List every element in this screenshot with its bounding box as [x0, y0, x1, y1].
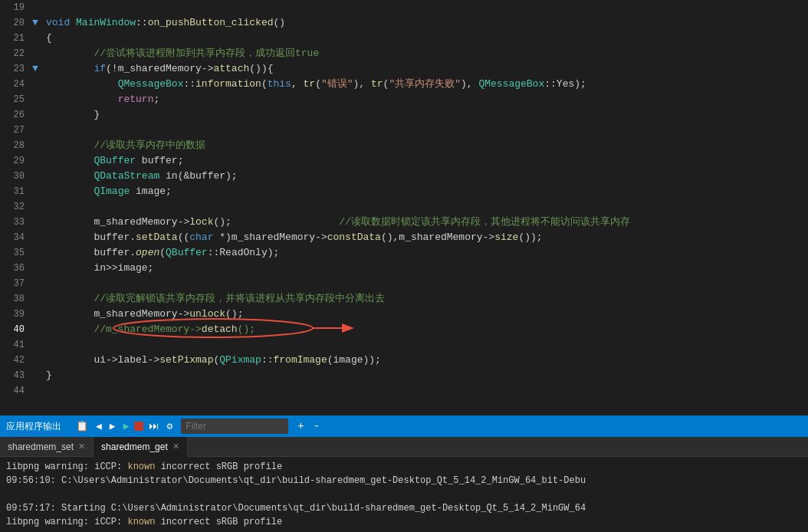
console-line-2: 09:56:10: C:\Users\Administrator\Documen… — [6, 474, 802, 488]
line-content-23: if(!m_sharedMemory->attach()){ — [44, 61, 808, 77]
console-line-4: 09:57:17: Starting C:\Users\Administrato… — [6, 501, 802, 515]
line-num-42: 42 — [0, 353, 32, 368]
line-22: 22 //尝试将该进程附加到共享内存段，成功返回true — [0, 46, 808, 61]
line-33: 33 m_sharedMemory->lock(); //读取数据时锁定该共享内… — [0, 215, 808, 230]
line-32: 32 — [0, 199, 808, 215]
run-icon[interactable]: ▶ — [121, 419, 132, 434]
line-num-19: 19 — [0, 0, 32, 15]
line-41: 41 — [0, 337, 808, 353]
toolbar-label: 应用程序输出 — [6, 420, 61, 433]
line-num-20: 20 — [0, 15, 32, 31]
line-content-36: in>>image; — [44, 261, 808, 276]
line-19: 19 — [0, 0, 808, 15]
line-content-22: //尝试将该进程附加到共享内存段，成功返回true — [44, 46, 808, 61]
tab-sharedmem-set-label: sharedmem_set — [8, 442, 74, 452]
line-28: 28 //读取共享内存中的数据 — [0, 138, 808, 153]
plus-button[interactable]: + — [297, 420, 304, 432]
tab-sharedmem-get-label: sharedmem_get — [101, 442, 168, 452]
line-num-32: 32 — [0, 199, 32, 215]
line-25: 25 return; — [0, 92, 808, 107]
line-23: 23 ▼ if(!m_sharedMemory->attach()){ — [0, 61, 808, 77]
minus-button[interactable]: - — [314, 420, 320, 432]
line-26: 26 } — [0, 107, 808, 123]
line-content-21: { — [44, 31, 808, 46]
line-num-41: 41 — [0, 337, 32, 353]
line-37: 37 — [0, 276, 808, 291]
line-30: 30 QDataStream in(&buffer); — [0, 169, 808, 184]
line-27: 27 — [0, 123, 808, 138]
line-num-43: 43 — [0, 368, 32, 383]
screenshot-icon[interactable]: 📋 — [74, 419, 90, 434]
line-31: 31 QImage image; — [0, 184, 808, 199]
code-lines: 19 20 ▼ void MainWindow::on_pushButton_c… — [0, 0, 808, 399]
line-content-30: QDataStream in(&buffer); — [44, 169, 808, 184]
line-num-23: 23 — [0, 61, 32, 77]
console-line-5: libpng warning: iCCP: known incorrect sR… — [6, 515, 802, 529]
line-content-20: void MainWindow::on_pushButton_clicked() — [44, 15, 808, 31]
line-num-38: 38 — [0, 291, 32, 307]
bottom-toolbar: 应用程序输出 📋 ◀ ▶ ▶ ⏭ ⚙ + - — [0, 415, 808, 437]
line-num-33: 33 — [0, 215, 32, 230]
line-num-21: 21 — [0, 31, 32, 46]
console-output: libpng warning: iCCP: known incorrect sR… — [0, 457, 808, 532]
line-content-43: } — [44, 368, 808, 383]
tab-sharedmem-get-close[interactable]: ✕ — [172, 442, 179, 452]
line-44: 44 — [0, 383, 808, 399]
line-content-26: } — [44, 107, 808, 123]
line-content-35: buffer.open(QBuffer::ReadOnly); — [44, 245, 808, 261]
line-arrow-23: ▼ — [32, 61, 44, 77]
next-icon[interactable]: ▶ — [107, 419, 118, 434]
line-content-28: //读取共享内存中的数据 — [44, 138, 808, 153]
tab-bar: sharedmem_set ✕ sharedmem_get ✕ — [0, 437, 808, 457]
line-42: 42 ui->label->setPixmap(QPixmap::fromIma… — [0, 353, 808, 368]
line-content-33: m_sharedMemory->lock(); //读取数据时锁定该共享内存段，… — [44, 215, 808, 230]
line-num-36: 36 — [0, 261, 32, 276]
line-43: 43 } — [0, 368, 808, 383]
line-num-29: 29 — [0, 153, 32, 169]
line-38: 38 //读取完解锁该共享内存段，并将该进程从共享内存段中分离出去 — [0, 291, 808, 307]
line-36: 36 in>>image; — [0, 261, 808, 276]
line-num-40: 40 — [0, 322, 32, 337]
line-24: 24 QMessageBox::information(this, tr("错误… — [0, 77, 808, 92]
line-content-40: //m_sharedMemory->detach(); — [44, 322, 808, 337]
filter-input[interactable] — [181, 419, 288, 434]
line-num-34: 34 — [0, 230, 32, 245]
code-editor: 19 20 ▼ void MainWindow::on_pushButton_c… — [0, 0, 808, 415]
settings-icon[interactable]: ⚙ — [164, 419, 175, 434]
tab-sharedmem-set[interactable]: sharedmem_set ✕ — [0, 437, 94, 457]
console-line-1: libpng warning: iCCP: known incorrect sR… — [6, 460, 802, 474]
step-icon[interactable]: ⏭ — [146, 419, 161, 434]
line-arrow-20: ▼ — [32, 15, 44, 31]
line-34: 34 buffer.setData((char *)m_sharedMemory… — [0, 230, 808, 245]
output-panel: sharedmem_set ✕ sharedmem_get ✕ libpng w… — [0, 437, 808, 532]
console-line-3 — [6, 488, 802, 501]
line-num-37: 37 — [0, 276, 32, 291]
tab-sharedmem-set-close[interactable]: ✕ — [78, 442, 85, 452]
line-num-25: 25 — [0, 92, 32, 107]
line-num-26: 26 — [0, 107, 32, 123]
tab-sharedmem-get[interactable]: sharedmem_get ✕ — [94, 437, 188, 457]
stop-icon[interactable] — [134, 422, 143, 431]
line-content-39: m_sharedMemory->unlock(); — [44, 307, 808, 322]
known-text: known — [127, 461, 155, 472]
line-20: 20 ▼ void MainWindow::on_pushButton_clic… — [0, 15, 808, 31]
line-21: 21 { — [0, 31, 808, 46]
line-num-44: 44 — [0, 383, 32, 399]
line-29: 29 QBuffer buffer; — [0, 153, 808, 169]
line-content-31: QImage image; — [44, 184, 808, 199]
line-content-38: //读取完解锁该共享内存段，并将该进程从共享内存段中分离出去 — [44, 291, 808, 307]
code-wrapper: 19 20 ▼ void MainWindow::on_pushButton_c… — [0, 0, 808, 415]
line-num-35: 35 — [0, 245, 32, 261]
line-num-28: 28 — [0, 138, 32, 153]
line-40: 40 //m_sharedMemory->detach(); — [0, 322, 808, 337]
known-text-2: known — [127, 517, 155, 527]
toolbar-icons: 📋 ◀ ▶ ▶ ⏭ ⚙ — [74, 419, 175, 434]
line-35: 35 buffer.open(QBuffer::ReadOnly); — [0, 245, 808, 261]
line-num-22: 22 — [0, 46, 32, 61]
prev-icon[interactable]: ◀ — [94, 419, 104, 434]
line-content-25: return; — [44, 92, 808, 107]
line-content-34: buffer.setData((char *)m_sharedMemory->c… — [44, 230, 808, 245]
line-content-24: QMessageBox::information(this, tr("错误"),… — [44, 77, 808, 92]
line-num-31: 31 — [0, 184, 32, 199]
line-num-24: 24 — [0, 77, 32, 92]
